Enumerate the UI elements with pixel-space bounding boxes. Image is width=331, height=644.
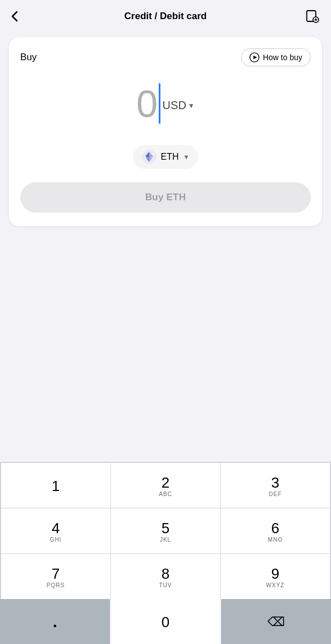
header: Credit / Debit card [0, 0, 331, 33]
svg-point-2 [315, 19, 317, 21]
buy-card: Buy How to buy 0 USD ▼ [9, 37, 322, 226]
key-7[interactable]: 7 PQRS [1, 554, 110, 599]
buy-eth-button[interactable]: Buy ETH [20, 182, 311, 213]
spacer [0, 235, 331, 462]
eth-chevron: ▼ [184, 154, 190, 160]
key-2-letters: ABC [159, 491, 172, 497]
key-0[interactable]: 0 [110, 599, 220, 644]
key-9-number: 9 [271, 566, 279, 582]
key-8-number: 8 [162, 566, 169, 582]
key-4[interactable]: 4 GHI [1, 508, 110, 553]
cursor-bar [159, 83, 160, 124]
key-9[interactable]: 9 WXYZ [221, 554, 330, 599]
play-icon [249, 52, 260, 62]
key-2[interactable]: 2 ABC [111, 463, 220, 508]
numpad: 1 2 ABC 3 DEF 4 GHI 5 JKL 6 MNO 7 PQRS 8 [0, 462, 331, 644]
key-0-number: 0 [162, 614, 169, 631]
page-title: Credit / Debit card [32, 11, 299, 22]
card-top-row: Buy How to buy [20, 48, 311, 66]
key-8[interactable]: 8 TUV [111, 554, 220, 599]
key-6[interactable]: 6 MNO [221, 508, 330, 553]
key-4-letters: GHI [50, 537, 62, 543]
amount-display: 0 [136, 84, 158, 123]
numpad-grid: 1 2 ABC 3 DEF 4 GHI 5 JKL 6 MNO 7 PQRS 8 [0, 462, 331, 599]
currency-label: USD [163, 99, 186, 112]
key-1[interactable]: 1 [1, 463, 110, 508]
key-3-letters: DEF [269, 491, 282, 497]
key-backspace[interactable]: ⌫ [221, 599, 331, 644]
eth-logo-icon [142, 150, 156, 164]
key-dot-symbol: . [53, 614, 57, 631]
amount-row: 0 USD ▼ [136, 83, 194, 124]
how-to-buy-label: How to buy [263, 53, 302, 62]
key-7-letters: PQRS [47, 582, 65, 588]
key-5[interactable]: 5 JKL [111, 508, 220, 553]
currency-chevron: ▼ [188, 102, 195, 110]
amount-section: 0 USD ▼ [20, 66, 311, 135]
key-3[interactable]: 3 DEF [221, 463, 330, 508]
how-to-buy-button[interactable]: How to buy [241, 48, 311, 66]
key-8-letters: TUV [159, 582, 172, 588]
key-5-letters: JKL [160, 537, 171, 543]
key-5-number: 5 [162, 520, 169, 537]
key-dot[interactable]: . [0, 599, 110, 644]
settings-icon-button[interactable] [299, 9, 320, 24]
key-4-number: 4 [52, 520, 60, 537]
eth-selector-button[interactable]: ETH ▼ [133, 145, 199, 169]
eth-section: ETH ▼ [20, 145, 311, 169]
key-9-letters: WXYZ [266, 582, 285, 588]
svg-marker-8 [253, 56, 257, 59]
key-2-number: 2 [162, 475, 169, 491]
key-6-letters: MNO [268, 537, 283, 543]
key-1-number: 1 [52, 478, 60, 494]
backspace-icon: ⌫ [267, 615, 285, 629]
eth-label: ETH [161, 152, 179, 162]
currency-selector[interactable]: USD ▼ [163, 99, 195, 112]
numpad-bottom-row: . 0 ⌫ [0, 599, 331, 644]
key-7-number: 7 [52, 566, 60, 582]
key-6-number: 6 [271, 520, 279, 537]
buy-label: Buy [20, 52, 37, 63]
back-button[interactable] [11, 11, 32, 22]
key-3-number: 3 [271, 475, 279, 491]
